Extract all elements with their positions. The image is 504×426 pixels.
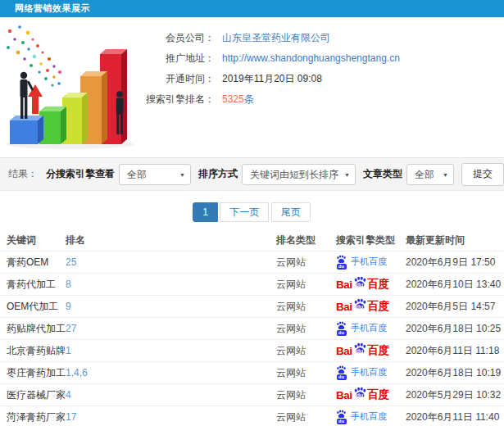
rank-count-value[interactable]: 5325条 (222, 89, 254, 110)
baidu-logo: Bai du 百度 (336, 299, 389, 314)
rank-type-cell: 云网站 (276, 410, 336, 424)
update-time-cell: 2020年5月29日 10:32 (406, 388, 504, 402)
baidu-paw-icon: du (353, 298, 367, 311)
chevron-down-icon: ▼ (179, 165, 185, 185)
rank-link[interactable]: 1 (66, 345, 276, 356)
keyword-cell: 药贴牌代加工 (0, 322, 66, 336)
mobile-baidu-label: 手机百度 (351, 366, 387, 378)
update-time-cell: 2020年6月18日 10:25 (406, 322, 504, 336)
baidu-paw-icon: du (336, 365, 347, 380)
table-row: 北京膏药贴牌 1 云网站 Bai du 百度 2020年6月11日 11:18 (0, 339, 504, 361)
header-update-time: 最新更新时间 (406, 233, 504, 247)
header-rank: 排名 (66, 233, 276, 247)
baidu-logo-bai: Bai (336, 345, 352, 357)
sort-label: 排序方式 (198, 167, 238, 181)
table-header-row: 关键词 排名 排名类型 搜索引擎类型 最新更新时间 (0, 230, 504, 251)
engine-cell: du 手机百度 (336, 321, 406, 337)
rank-type-cell: 云网站 (276, 256, 336, 270)
confetti-dots (7, 25, 61, 86)
submit-button[interactable]: 提交 (461, 163, 504, 186)
keyword-cell: 北京膏药贴牌 (0, 344, 66, 358)
engine-cell: Bai du 百度 (336, 387, 406, 402)
info-row-open-time: 开通时间： 2019年11月20日 09:08 (146, 69, 504, 89)
engine-cell: du 手机百度 (336, 410, 406, 425)
engine-cell: du 手机百度 (336, 255, 406, 270)
keyword-cell: 菏泽膏药厂家 (0, 410, 66, 424)
header-keyword: 关键词 (0, 233, 66, 247)
keyword-cell: 医疗器械厂家 (0, 388, 66, 402)
keyword-cell: 枣庄膏药加工 (0, 366, 66, 380)
title-bar: 网络营销效果展示 (0, 0, 504, 17)
rank-link[interactable]: 25 (66, 256, 276, 268)
open-time-label: 开通时间： (146, 69, 215, 89)
du-badge: du (337, 374, 347, 380)
info-row-company: 会员公司： 山东皇圣堂药业有限公司 (146, 28, 504, 48)
table-row: 枣庄膏药加工 1,4,6 云网站 du 手机百度 2020年6月18日 10:1… (0, 361, 504, 383)
next-page-button[interactable]: 下一页 (220, 202, 269, 222)
rank-link[interactable]: 9 (66, 301, 276, 312)
baidu-logo-name: 百度 (368, 299, 389, 314)
baidu-logo-bai: Bai (336, 279, 352, 291)
update-time-cell: 2020年6月11日 11:40 (406, 410, 504, 424)
rank-type-cell: 云网站 (276, 388, 336, 402)
update-time-cell: 2020年6月9日 17:50 (406, 256, 504, 270)
article-type-value: 全部 (415, 169, 434, 180)
table-row: 菏泽膏药厂家 17 云网站 du 手机百度 2020年6月11日 11:40 (0, 406, 504, 426)
baidu-paw-icon: du (353, 342, 367, 356)
up-arrow (28, 84, 43, 114)
rank-link[interactable]: 27 (66, 323, 276, 334)
rank-link[interactable]: 8 (66, 279, 276, 290)
baidu-paw-icon: du (336, 410, 347, 424)
rank-link[interactable]: 1,4,6 (66, 367, 276, 378)
member-info: 会员公司： 山东皇圣堂药业有限公司 推广地址： http://www.shand… (146, 21, 504, 152)
mobile-baidu-logo: du 手机百度 (336, 410, 387, 424)
chevron-down-icon: ▼ (443, 165, 448, 185)
baidu-logo: Bai du 百度 (336, 387, 389, 402)
engine-cell: Bai du 百度 (336, 277, 406, 292)
rank-link[interactable]: 17 (66, 411, 276, 423)
table-row: 膏药OEM 25 云网站 du 手机百度 2020年6月9日 17:50 (0, 251, 504, 273)
mobile-baidu-logo: du 手机百度 (336, 255, 387, 270)
update-time-cell: 2020年6月11日 11:18 (406, 344, 504, 358)
promo-url-label: 推广地址： (146, 48, 215, 69)
pagination: 1 下一页 尾页 (0, 202, 504, 222)
sort-select[interactable]: 关键词由短到长排序 ▼ (242, 164, 356, 185)
page-1-button[interactable]: 1 (193, 202, 218, 222)
du-badge: du (337, 419, 347, 424)
mobile-baidu-logo: du 手机百度 (336, 365, 387, 380)
filter-bar: 结果： 分搜索引擎查看 全部 ▼ 排序方式 关键词由短到长排序 ▼ 文章类型 全… (0, 157, 504, 191)
last-page-button[interactable]: 尾页 (271, 202, 311, 222)
du-badge: du (337, 330, 347, 336)
bar-blue (10, 116, 43, 144)
results-table: 关键词 排名 排名类型 搜索引擎类型 最新更新时间 膏药OEM 25 云网站 d… (0, 230, 504, 426)
article-type-select[interactable]: 全部 ▼ (406, 164, 454, 185)
company-link[interactable]: 山东皇圣堂药业有限公司 (222, 28, 330, 48)
rank-count-number: 5325 (222, 93, 244, 105)
rank-type-cell: 云网站 (276, 300, 336, 314)
rank-link[interactable]: 4 (66, 389, 276, 401)
rank-count-label: 搜索引擎排名： (146, 89, 215, 110)
du-label: du (353, 392, 367, 399)
company-label: 会员公司： (146, 28, 215, 48)
baidu-logo-bai: Bai (336, 389, 352, 401)
baidu-logo-name: 百度 (368, 387, 389, 402)
mobile-baidu-label: 手机百度 (351, 256, 387, 268)
rank-type-cell: 云网站 (276, 366, 336, 380)
rank-type-cell: 云网站 (276, 344, 336, 358)
engine-filter-select[interactable]: 全部 ▼ (119, 164, 191, 185)
filter-controls: 分搜索引擎查看 全部 ▼ 排序方式 关键词由短到长排序 ▼ 文章类型 全部 ▼ … (39, 163, 504, 186)
result-label: 结果： (8, 167, 38, 181)
rank-count-suffix: 条 (244, 93, 254, 105)
du-badge: du (337, 264, 347, 270)
mobile-baidu-label: 手机百度 (351, 322, 387, 334)
baidu-logo-name: 百度 (368, 277, 389, 292)
promo-url-link[interactable]: http://www.shandonghuangshengtang.cn (222, 48, 400, 69)
rank-type-cell: 云网站 (276, 278, 336, 292)
engine-filter-value: 全部 (127, 169, 147, 180)
engine-cell: Bai du 百度 (336, 299, 406, 314)
table-body: 膏药OEM 25 云网站 du 手机百度 2020年6月9日 17:50 膏药代… (0, 251, 504, 426)
engine-filter-label: 分搜索引擎查看 (46, 167, 115, 181)
baidu-paw-icon: du (336, 255, 347, 270)
baidu-logo: Bai du 百度 (336, 277, 389, 292)
table-row: 药贴牌代加工 27 云网站 du 手机百度 2020年6月18日 10:25 (0, 317, 504, 339)
